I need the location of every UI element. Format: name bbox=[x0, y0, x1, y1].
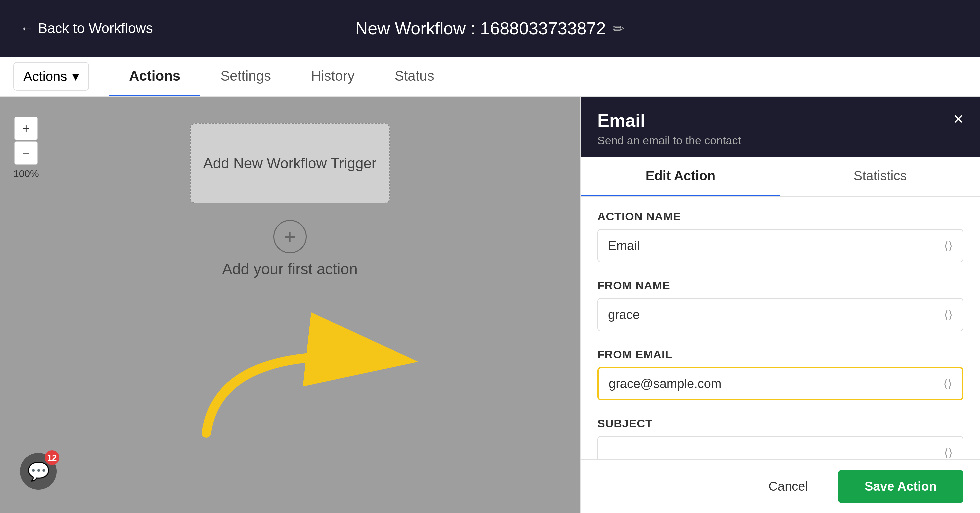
action-name-value: Email bbox=[608, 239, 640, 253]
close-panel-button[interactable]: × bbox=[953, 110, 963, 127]
back-to-workflows-button[interactable]: ← Back to Workflows bbox=[20, 20, 153, 37]
top-nav: ← Back to Workflows New Workflow : 16880… bbox=[0, 0, 980, 57]
workflow-title-text: New Workflow : 1688033733872 bbox=[355, 18, 606, 38]
tab-status[interactable]: Status bbox=[375, 57, 455, 96]
from-name-input[interactable]: grace ⟨⟩ bbox=[597, 298, 963, 331]
from-email-label: FROM EMAIL bbox=[597, 348, 963, 361]
panel-tabs: Edit Action Statistics bbox=[581, 157, 980, 197]
panel-tab-edit-action[interactable]: Edit Action bbox=[581, 157, 780, 196]
panel-header-text: Email Send an email to the contact bbox=[597, 110, 741, 147]
from-name-label: FROM NAME bbox=[597, 279, 963, 292]
from-email-variable-icon: ⟨⟩ bbox=[943, 377, 952, 390]
subject-input[interactable]: ⟨⟩ bbox=[597, 436, 963, 459]
edit-workflow-icon[interactable]: ✏ bbox=[612, 20, 625, 37]
tab-bar: Actions ▾ Actions Settings History Statu… bbox=[0, 57, 980, 97]
variable-icon: ⟨⟩ bbox=[944, 239, 953, 253]
chat-widget[interactable]: 💬 12 bbox=[20, 453, 60, 493]
from-email-value: grace@sample.com bbox=[609, 376, 721, 391]
main-area: + − 100% Add New Workflow Trigger + Add … bbox=[0, 97, 980, 513]
zoom-controls: + − 100% bbox=[13, 117, 39, 179]
from-name-value: grace bbox=[608, 308, 640, 322]
action-name-input[interactable]: Email ⟨⟩ bbox=[597, 229, 963, 262]
back-arrow-icon: ← bbox=[20, 20, 34, 37]
from-name-variable-icon: ⟨⟩ bbox=[944, 308, 953, 321]
zoom-out-button[interactable]: − bbox=[14, 141, 38, 165]
from-email-input[interactable]: grace@sample.com ⟨⟩ bbox=[597, 367, 963, 400]
panel-header: Email Send an email to the contact × bbox=[581, 97, 980, 157]
from-email-group: FROM EMAIL grace@sample.com ⟨⟩ bbox=[597, 348, 963, 400]
subject-variable-icon: ⟨⟩ bbox=[944, 446, 953, 459]
cancel-button[interactable]: Cancel bbox=[749, 470, 828, 503]
trigger-box[interactable]: Add New Workflow Trigger bbox=[190, 123, 390, 203]
actions-dropdown-label: Actions bbox=[23, 69, 67, 84]
zoom-in-button[interactable]: + bbox=[14, 117, 38, 140]
chevron-down-icon: ▾ bbox=[72, 69, 79, 84]
panel-content: ACTION NAME Email ⟨⟩ FROM NAME grace ⟨⟩ … bbox=[581, 197, 980, 459]
zoom-level: 100% bbox=[13, 168, 39, 179]
actions-dropdown[interactable]: Actions ▾ bbox=[13, 62, 89, 91]
chat-badge: 12 bbox=[45, 450, 59, 465]
tab-settings[interactable]: Settings bbox=[200, 57, 291, 96]
subject-group: SUBJECT ⟨⟩ bbox=[597, 417, 963, 459]
tab-actions[interactable]: Actions bbox=[109, 57, 200, 96]
save-action-button[interactable]: Save Action bbox=[838, 470, 963, 503]
canvas-area: + − 100% Add New Workflow Trigger + Add … bbox=[0, 97, 580, 513]
add-action-text: Add your first action bbox=[222, 260, 358, 278]
arrow-annotation bbox=[186, 273, 420, 446]
panel-title: Email bbox=[597, 110, 741, 131]
chat-bubble-icon: 💬 bbox=[27, 461, 50, 482]
trigger-box-label: Add New Workflow Trigger bbox=[203, 154, 377, 173]
panel-subtitle: Send an email to the contact bbox=[597, 134, 741, 147]
tab-history[interactable]: History bbox=[291, 57, 375, 96]
panel-tab-statistics[interactable]: Statistics bbox=[780, 157, 980, 196]
subject-label: SUBJECT bbox=[597, 417, 963, 430]
back-label: Back to Workflows bbox=[38, 20, 153, 37]
add-action-button[interactable]: + bbox=[274, 220, 307, 253]
action-name-label: ACTION NAME bbox=[597, 210, 963, 223]
workflow-title: New Workflow : 1688033733872 ✏ bbox=[355, 18, 625, 38]
panel-footer: Cancel Save Action bbox=[581, 459, 980, 513]
chat-icon: 💬 12 bbox=[20, 453, 57, 490]
action-name-group: ACTION NAME Email ⟨⟩ bbox=[597, 210, 963, 262]
right-panel: Email Send an email to the contact × Edi… bbox=[580, 97, 980, 513]
from-name-group: FROM NAME grace ⟨⟩ bbox=[597, 279, 963, 331]
